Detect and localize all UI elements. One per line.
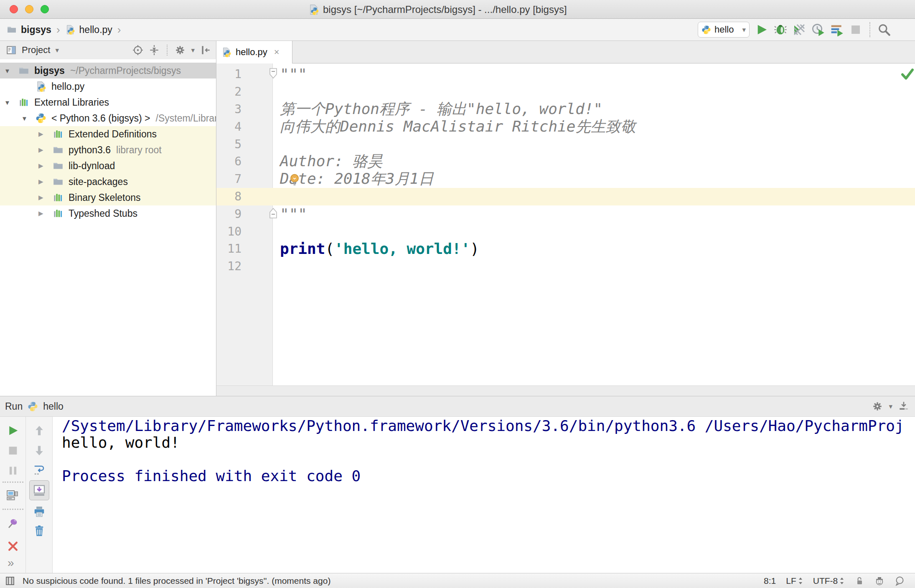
editor-line: 3第一个Python程序 - 输出"hello, world!": [216, 101, 915, 118]
run-configuration-select[interactable]: hello ▾: [698, 22, 750, 38]
pin-tab-button[interactable]: [7, 517, 19, 530]
chevron-down-icon: ▾: [191, 46, 195, 55]
profiler-button[interactable]: [811, 23, 825, 36]
tree-item-label: hello.py: [51, 81, 84, 92]
run-panel-title[interactable]: Run: [5, 401, 23, 412]
line-number: 12: [216, 259, 241, 273]
tree-expand-icon[interactable]: ▶: [38, 194, 53, 201]
unlock-icon[interactable]: [854, 576, 864, 586]
fold-region-end-icon[interactable]: [269, 207, 277, 219]
run-button[interactable]: [755, 23, 768, 36]
tree-collapse-icon[interactable]: ▼: [21, 115, 36, 122]
search-everywhere-icon[interactable]: [877, 23, 891, 36]
scroll-to-end-button[interactable]: [29, 480, 49, 500]
hector-inspector-icon[interactable]: [874, 576, 884, 586]
project-tree-row[interactable]: ▼bigsys~/PycharmProjects/bigsys: [0, 63, 216, 79]
close-panel-button[interactable]: [7, 540, 19, 553]
collapse-all-icon[interactable]: [149, 45, 160, 56]
toolwindow-switcher-icon[interactable]: [5, 576, 15, 586]
project-tree[interactable]: ▼bigsys~/PycharmProjects/bigsyshello.py▼…: [0, 63, 216, 396]
python-icon: [702, 25, 711, 35]
chevron-down-icon[interactable]: ▾: [55, 46, 59, 55]
editor-line: 10: [216, 223, 915, 240]
run-with-coverage-button[interactable]: [793, 23, 806, 36]
tree-expand-icon[interactable]: ▶: [38, 178, 53, 185]
restore-layout-button[interactable]: [6, 489, 18, 501]
tree-expand-icon[interactable]: ▶: [38, 146, 53, 154]
debug-button[interactable]: [774, 23, 787, 36]
fold-region-start-icon[interactable]: [269, 67, 277, 80]
code-editor[interactable]: 1"""23第一个Python程序 - 输出"hello, world!"4向伟…: [216, 63, 915, 385]
python-file-icon: [308, 4, 319, 15]
editor-tab-hello-py[interactable]: hello.py ×: [216, 41, 292, 63]
run-panel-header: Run hello ▾: [0, 396, 915, 417]
code-text: print('hello, world!'): [280, 240, 479, 257]
down-stacktrace-button: [33, 444, 46, 457]
encoding-select[interactable]: UTF-8: [813, 576, 845, 586]
locate-file-icon[interactable]: [132, 45, 143, 56]
scroll-to-end-icon: [33, 484, 46, 497]
tree-item-secondary-label: ~/PycharmProjects/bigsys: [70, 65, 181, 76]
line-number: 7: [216, 172, 241, 186]
clear-all-button[interactable]: [33, 525, 46, 537]
navigation-bar: bigsys › hello.py › hello ▾: [0, 19, 915, 41]
hide-panel-icon[interactable]: [200, 45, 211, 56]
more-actions-button[interactable]: »: [8, 556, 14, 570]
project-tree-row[interactable]: ▼External Libraries: [0, 94, 216, 110]
editor-line: 2: [216, 83, 915, 101]
encoding-label: UTF-8: [813, 576, 838, 586]
project-tree-row[interactable]: ▶Extended Definitions: [0, 126, 216, 142]
close-tab-icon[interactable]: ×: [274, 47, 280, 58]
concurrency-diagram-button[interactable]: [830, 23, 844, 36]
hide-panel-down-icon[interactable]: [898, 401, 909, 412]
tree-item-secondary-label: /System/Library/Frameworks/Python.framew…: [156, 113, 216, 124]
project-tree-row[interactable]: ▼< Python 3.6 (bigsys) >/System/Library/…: [0, 110, 216, 126]
settings-gear-icon[interactable]: [175, 45, 186, 56]
chevron-down-icon: ▾: [742, 25, 746, 34]
tree-expand-icon[interactable]: ▶: [38, 130, 53, 138]
status-message[interactable]: No suspicious code found. 1 files proces…: [23, 576, 330, 586]
project-panel-title[interactable]: Project: [22, 45, 50, 56]
caret-position[interactable]: 8:1: [764, 576, 776, 586]
toolbar-separator: [3, 509, 23, 510]
tree-item-label: Binary Skeletons: [69, 192, 141, 203]
line-number: 8: [216, 190, 241, 203]
run-configuration-label: hello: [714, 24, 739, 35]
project-tree-row[interactable]: ▶Binary Skeletons: [0, 190, 216, 205]
close-window-button[interactable]: [10, 5, 18, 13]
console-output[interactable]: /System/Library/Frameworks/Python.framew…: [53, 418, 915, 573]
tree-expand-icon[interactable]: ▶: [38, 162, 53, 170]
project-tree-row[interactable]: ▶python3.6library root: [0, 142, 216, 158]
project-tree-row[interactable]: ▶Typeshed Stubs: [0, 205, 216, 221]
project-tree-row[interactable]: ▶site-packages: [0, 174, 216, 190]
editor-line: 5: [216, 135, 915, 153]
settings-gear-icon[interactable]: [872, 401, 883, 412]
console-line: hello, world!: [53, 434, 915, 451]
zoom-window-button[interactable]: [41, 5, 49, 13]
lib-icon: [53, 192, 64, 203]
project-tree-row[interactable]: ▶lib-dynload: [0, 158, 216, 174]
tree-collapse-icon[interactable]: ▼: [4, 67, 18, 74]
event-log-bubble-icon[interactable]: [895, 576, 905, 586]
editor-lines: 1"""23第一个Python程序 - 输出"hello, world!"4向伟…: [216, 66, 915, 275]
soft-wrap-button[interactable]: [33, 464, 46, 476]
folder-icon: [7, 25, 17, 35]
intention-bulb-icon[interactable]: [287, 173, 302, 187]
editor-tab-label: hello.py: [236, 47, 267, 58]
print-button[interactable]: [33, 505, 46, 518]
inspections-ok-icon[interactable]: [900, 67, 915, 81]
rerun-button[interactable]: [7, 424, 19, 437]
project-tree-row[interactable]: hello.py: [0, 79, 216, 94]
code-text: """: [280, 205, 307, 223]
tree-collapse-icon[interactable]: ▼: [4, 99, 18, 106]
line-separator-select[interactable]: LF: [786, 576, 803, 586]
python-file-icon: [221, 47, 231, 57]
breadcrumb-project[interactable]: bigsys: [21, 24, 51, 35]
minimize-window-button[interactable]: [25, 5, 33, 13]
pycharm-window: bigsys [~/PycharmProjects/bigsys] - .../…: [0, 0, 915, 588]
lib-icon: [18, 97, 29, 108]
line-number: 6: [216, 155, 241, 168]
tree-expand-icon[interactable]: ▶: [38, 210, 53, 217]
run-panel-config-label[interactable]: hello: [43, 401, 64, 412]
breadcrumb-file[interactable]: hello.py: [79, 24, 112, 35]
